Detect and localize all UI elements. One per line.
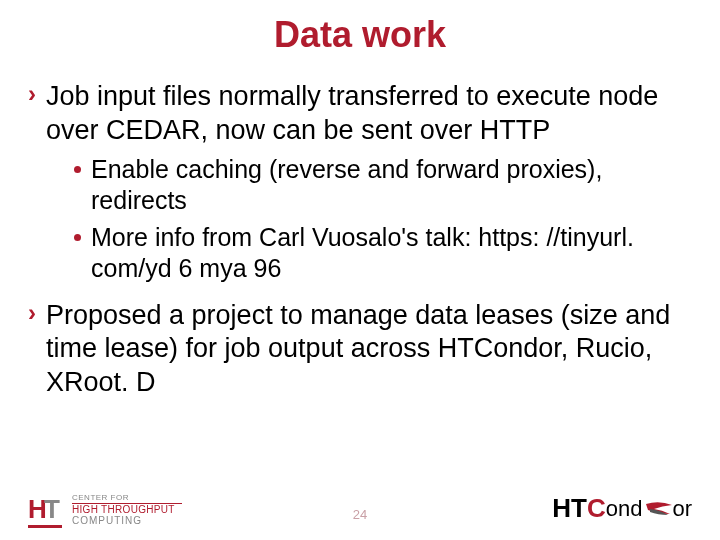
- dot-icon: [74, 234, 81, 241]
- logo-line-2: HIGH THROUGHPUT: [72, 505, 182, 516]
- dot-icon: [74, 166, 81, 173]
- sub-bullet-text: Enable caching (reverse and forward prox…: [91, 154, 692, 217]
- chevron-icon: ›: [28, 80, 36, 109]
- bullet-item: › Proposed a project to manage data leas…: [28, 299, 692, 400]
- bullet-text: Proposed a project to manage data leases…: [46, 299, 692, 400]
- sub-bullet-item: Enable caching (reverse and forward prox…: [74, 154, 692, 217]
- logo-ht: HT: [552, 493, 587, 524]
- logo-tail: or: [672, 496, 692, 522]
- ht-mark-icon: H T: [28, 494, 64, 526]
- logo-line-1: CENTER FOR: [72, 494, 182, 502]
- chtc-logo-text: CENTER FOR HIGH THROUGHPUT COMPUTING: [72, 494, 182, 526]
- chtc-logo: H T CENTER FOR HIGH THROUGHPUT COMPUTING: [28, 494, 182, 526]
- htcondor-logo: HT C ond or: [552, 493, 692, 524]
- bullet-text: Job input files normally transferred to …: [46, 80, 692, 148]
- slide-title: Data work: [0, 0, 720, 66]
- sub-bullet-text: More info from Carl Vuosalo's talk: http…: [91, 222, 692, 285]
- condor-wing-icon: [644, 500, 674, 518]
- footer: H T CENTER FOR HIGH THROUGHPUT COMPUTING…: [0, 476, 720, 530]
- bullet-item: › Job input files normally transferred t…: [28, 80, 692, 148]
- page-number: 24: [353, 507, 367, 522]
- sub-bullet-item: More info from Carl Vuosalo's talk: http…: [74, 222, 692, 285]
- chevron-icon: ›: [28, 299, 36, 328]
- slide-content: › Job input files normally transferred t…: [0, 80, 720, 400]
- logo-c: C: [587, 493, 606, 524]
- logo-rest: ond: [606, 496, 643, 522]
- logo-line-3: COMPUTING: [72, 516, 182, 527]
